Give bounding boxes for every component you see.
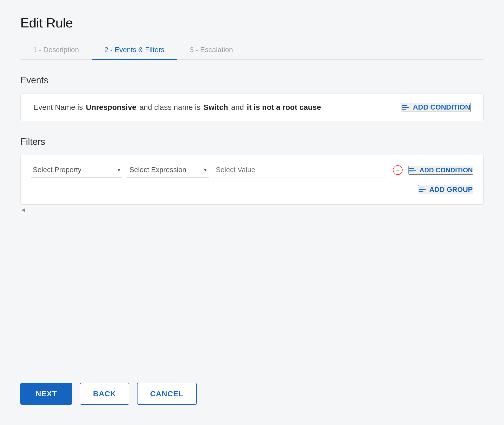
events-section-title: Events: [20, 75, 484, 86]
tab-escalation[interactable]: 3 - Escalation: [177, 41, 246, 60]
add-condition-lines-icon: [402, 105, 409, 110]
add-group-icon: [419, 188, 426, 192]
back-button[interactable]: BACK: [80, 383, 129, 405]
events-add-condition-button[interactable]: ADD CONDITION: [402, 103, 471, 112]
next-button[interactable]: NEXT: [20, 383, 72, 405]
events-section: Events Event Name is Unresponsive and cl…: [20, 75, 484, 121]
filters-section-title: Filters: [20, 136, 484, 147]
filter-row-1: Select Property ▾ Select Expression ▾ −: [31, 163, 473, 177]
select-expression-dropdown[interactable]: Select Expression ▾: [127, 163, 209, 177]
select-expression-label: Select Expression: [129, 166, 186, 174]
event-part-1: Event Name is: [33, 103, 83, 112]
remove-filter-button[interactable]: −: [392, 164, 403, 176]
tabs-bar: 1 - Description 2 - Events & Filters 3 -…: [20, 41, 484, 60]
scroll-indicator: ◄: [20, 207, 484, 213]
footer-actions: NEXT BACK CANCEL: [20, 383, 197, 405]
event-part-2: Unresponsive: [86, 103, 136, 112]
chevron-down-icon: ▾: [118, 167, 120, 173]
filters-panel: Select Property ▾ Select Expression ▾ −: [20, 155, 484, 205]
event-part-3: and class name is: [139, 103, 200, 112]
event-part-4: Switch: [204, 103, 228, 112]
select-property-dropdown[interactable]: Select Property ▾: [31, 163, 122, 177]
event-part-6: it is not a root cause: [247, 103, 321, 112]
events-panel: Event Name is Unresponsive and class nam…: [20, 93, 484, 121]
minus-circle-icon: −: [393, 165, 403, 175]
add-group-row: ADD GROUP: [31, 185, 473, 194]
event-part-5: and: [231, 103, 244, 112]
filters-add-condition-button[interactable]: ADD CONDITION: [408, 166, 473, 175]
add-group-button[interactable]: ADD GROUP: [418, 185, 473, 194]
select-value-input[interactable]: [214, 163, 387, 177]
chevron-down-icon-2: ▾: [204, 167, 207, 173]
cancel-button[interactable]: CANCEL: [137, 383, 197, 405]
page-title: Edit Rule: [20, 15, 484, 31]
page-container: Edit Rule 1 - Description 2 - Events & F…: [0, 0, 504, 425]
add-condition-filter-icon: [409, 168, 416, 172]
tab-description[interactable]: 1 - Description: [20, 41, 92, 60]
select-property-label: Select Property: [33, 166, 81, 174]
tab-events-filters[interactable]: 2 - Events & Filters: [92, 41, 177, 60]
filters-section: Filters Select Property ▾ Select Express…: [20, 136, 484, 213]
